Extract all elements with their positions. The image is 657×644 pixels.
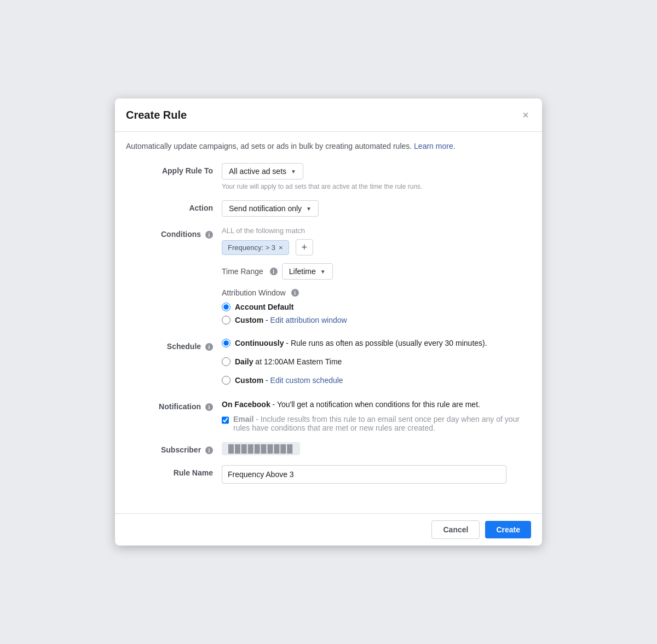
dropdown-arrow-icon: ▼ <box>291 169 296 175</box>
notification-email-row: Email - Include results from this rule t… <box>222 415 531 432</box>
email-notification-label: Email - Include results from this rule t… <box>233 415 531 432</box>
schedule-daily-row: Daily at 12:00AM Eastern Time <box>222 357 531 366</box>
add-condition-button[interactable]: + <box>296 239 313 256</box>
schedule-daily-radio[interactable] <box>222 357 230 366</box>
attribution-account-default-radio[interactable] <box>222 303 230 311</box>
attribution-info-icon[interactable]: i <box>291 289 299 297</box>
modal-footer: Cancel Create <box>115 514 542 546</box>
subscriber-content: ██████████ <box>222 442 531 455</box>
conditions-match-text: ALL of the following match <box>222 227 531 235</box>
notification-row: Notification i On Facebook - You'll get … <box>126 399 531 432</box>
notification-info-icon[interactable]: i <box>205 403 213 411</box>
time-range-row: Time Range i Lifetime ▼ <box>222 263 531 280</box>
action-row: Action Send notification only ▼ <box>126 200 531 217</box>
time-range-label: Time Range <box>222 267 263 276</box>
schedule-continuously-radio[interactable] <box>222 339 230 347</box>
schedule-continuously-row: Continuously - Rule runs as often as pos… <box>222 339 531 347</box>
description-text: Automatically update campaigns, ad sets … <box>126 141 531 152</box>
email-notification-checkbox[interactable] <box>222 416 229 425</box>
action-dropdown-arrow-icon: ▼ <box>306 206 312 212</box>
attribution-section: Attribution Window i Account Default Cus… <box>222 288 531 324</box>
action-label: Action <box>126 200 222 212</box>
conditions-label: Conditions i <box>126 227 222 239</box>
action-content: Send notification only ▼ <box>222 200 531 217</box>
edit-attribution-link[interactable]: Edit attribution window <box>270 316 347 324</box>
schedule-continuously-label: Continuously - Rule runs as often as pos… <box>235 339 487 347</box>
apply-rule-content: All active ad sets ▼ Your rule will appl… <box>222 163 531 190</box>
schedule-label: Schedule i <box>126 339 222 351</box>
conditions-info-icon[interactable]: i <box>205 231 213 239</box>
condition-tag: Frequency: > 3 × <box>222 240 289 255</box>
time-range-info-icon[interactable]: i <box>270 268 278 275</box>
learn-more-link[interactable]: Learn more. <box>414 142 455 150</box>
remove-condition-icon[interactable]: × <box>279 243 283 252</box>
rule-name-input[interactable] <box>222 465 506 484</box>
schedule-custom-row: Custom - Edit custom schedule <box>222 376 531 385</box>
notification-facebook-text: On Facebook - You'll get a notification … <box>222 399 531 410</box>
create-rule-modal: Create Rule × Automatically update campa… <box>115 98 542 546</box>
subscriber-label: Subscriber i <box>126 442 222 454</box>
subscriber-info-icon[interactable]: i <box>205 446 213 454</box>
schedule-content: Continuously - Rule runs as often as pos… <box>222 339 531 389</box>
schedule-custom-label: Custom - Edit custom schedule <box>235 376 343 385</box>
time-range-arrow-icon: ▼ <box>320 269 326 275</box>
modal-body: Automatically update campaigns, ad sets … <box>115 132 542 504</box>
edit-custom-schedule-link[interactable]: Edit custom schedule <box>270 376 343 385</box>
close-button[interactable]: × <box>520 107 531 123</box>
conditions-tags-row: Frequency: > 3 × + <box>222 239 531 256</box>
subscriber-row: Subscriber i ██████████ <box>126 442 531 455</box>
schedule-info-icon[interactable]: i <box>205 343 213 351</box>
modal-header: Create Rule × <box>115 98 542 132</box>
schedule-row: Schedule i Continuously - Rule runs as o… <box>126 339 531 389</box>
subscriber-value: ██████████ <box>222 442 300 455</box>
action-dropdown[interactable]: Send notification only ▼ <box>222 200 319 217</box>
attribution-custom-radio[interactable] <box>222 316 230 324</box>
apply-rule-dropdown[interactable]: All active ad sets ▼ <box>222 163 303 179</box>
apply-rule-label: Apply Rule To <box>126 163 222 175</box>
rule-name-content <box>222 465 531 484</box>
attribution-option2-label: Custom - Edit attribution window <box>235 316 347 324</box>
rule-name-row: Rule Name <box>126 465 531 484</box>
conditions-content: ALL of the following match Frequency: > … <box>222 227 531 329</box>
create-button[interactable]: Create <box>485 521 531 538</box>
schedule-custom-radio[interactable] <box>222 376 230 385</box>
rule-name-label: Rule Name <box>126 465 222 477</box>
notification-content: On Facebook - You'll get a notification … <box>222 399 531 432</box>
time-range-dropdown[interactable]: Lifetime ▼ <box>282 263 333 280</box>
conditions-row: Conditions i ALL of the following match … <box>126 227 531 329</box>
attribution-option1-row: Account Default <box>222 303 531 311</box>
apply-rule-hint: Your rule will apply to ad sets that are… <box>222 183 531 190</box>
notification-label: Notification i <box>126 399 222 411</box>
schedule-daily-label: Daily at 12:00AM Eastern Time <box>235 357 342 366</box>
modal-title: Create Rule <box>126 109 187 121</box>
attribution-option2-row: Custom - Edit attribution window <box>222 316 531 324</box>
attribution-option1-label[interactable]: Account Default <box>235 303 293 311</box>
attribution-header: Attribution Window i <box>222 288 531 297</box>
attribution-label: Attribution Window <box>222 288 286 297</box>
cancel-button[interactable]: Cancel <box>431 520 480 539</box>
apply-rule-row: Apply Rule To All active ad sets ▼ Your … <box>126 163 531 190</box>
